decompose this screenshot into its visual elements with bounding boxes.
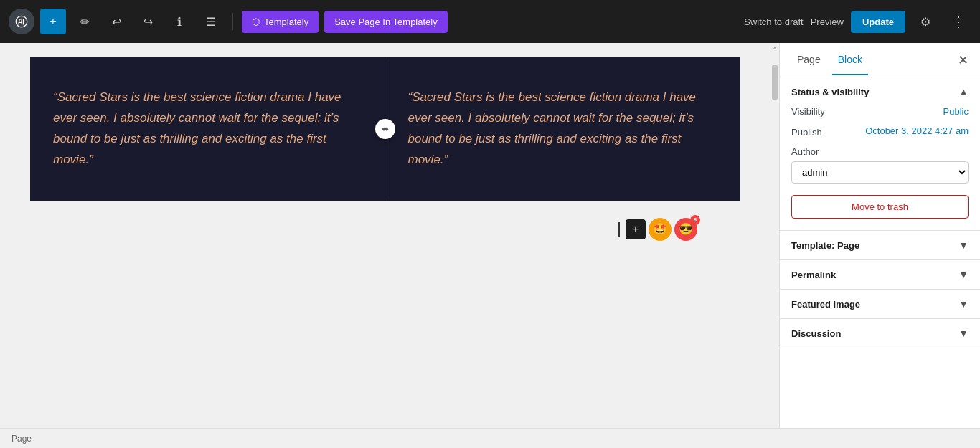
section-status-visibility: Status & visibility ▲ Visibility Public … [780, 77, 980, 231]
gear-icon: ⚙ [920, 15, 930, 29]
section-status-visibility-header[interactable]: Status & visibility ▲ [780, 77, 980, 106]
avatar-1: 🤩 [649, 218, 672, 241]
featured-image-label: Featured image [791, 299, 860, 310]
edit-icon: ✏ [80, 15, 90, 29]
main-layout: “Sacred Stars is the best science fictio… [0, 43, 980, 448]
toolbar-divider [232, 13, 233, 30]
publish-label: Publish [791, 125, 822, 138]
tab-block[interactable]: Block [832, 45, 868, 75]
publish-row: Publish October 3, 2022 4:27 am [791, 125, 969, 138]
ellipsis-icon: ⋮ [951, 13, 966, 30]
plus-icon: + [50, 15, 56, 28]
column-block-right[interactable]: “Sacred Stars is the best science fictio… [385, 57, 741, 201]
author-select[interactable]: admin [791, 161, 969, 184]
column-resize-handle[interactable]: ⬌ [375, 119, 395, 139]
avatar-2: 😎 8 [674, 218, 697, 241]
info-icon: ℹ [177, 15, 182, 29]
author-row: Author admin [791, 146, 969, 184]
undo-button[interactable]: ↩ [103, 9, 129, 34]
update-button[interactable]: Update [851, 11, 905, 33]
add-block-area: + 🤩 😎 8 [30, 201, 740, 258]
settings-button[interactable]: ⚙ [913, 9, 938, 34]
visibility-label: Visibility [791, 106, 825, 117]
scroll-thumb[interactable] [772, 65, 778, 100]
permalink-label: Permalink [791, 270, 836, 280]
visibility-value[interactable]: Public [943, 106, 969, 117]
avatar-1-emoji: 🤩 [653, 222, 667, 236]
close-icon: ✕ [958, 53, 969, 67]
redo-icon: ↪ [143, 15, 153, 29]
status-text: Page [11, 434, 32, 444]
status-visibility-label: Status & visibility [791, 87, 869, 97]
add-block-inline-button[interactable]: + [626, 219, 646, 239]
chevron-up-icon: ▲ [958, 86, 969, 97]
sidebar-close-button[interactable]: ✕ [958, 52, 969, 68]
columns-block: “Sacred Stars is the best science fictio… [30, 57, 740, 201]
templately-label: Templately [264, 16, 308, 27]
tab-page[interactable]: Page [791, 45, 826, 75]
redo-button[interactable]: ↪ [135, 9, 161, 34]
section-featured-image-header[interactable]: Featured image ▼ [780, 290, 980, 318]
section-template-header[interactable]: Template: Page ▼ [780, 231, 980, 259]
discussion-label: Discussion [791, 328, 841, 339]
avatar-2-emoji: 😎 [679, 222, 693, 236]
column-right-text: “Sacred Stars is the best science fictio… [408, 87, 718, 171]
toolbar-right: Switch to draft Preview Update ⚙ ⋮ [744, 9, 971, 34]
template-chevron-down-icon: ▼ [958, 239, 969, 251]
more-options-button[interactable]: ⋮ [946, 9, 971, 34]
section-permalink: Permalink ▼ [780, 260, 980, 290]
vertical-scrollbar: ▲ ▼ [771, 43, 779, 448]
right-sidebar: Page Block ✕ Status & visibility ▲ Visib… [779, 43, 980, 448]
list-view-button[interactable]: ☰ [198, 9, 224, 34]
save-page-label: Save Page In Templately [334, 16, 438, 27]
wp-logo-icon [9, 9, 34, 34]
editor-area: “Sacred Stars is the best science fictio… [0, 43, 771, 448]
toolbar: + ✏ ↩ ↪ ℹ ☰ ⬡ Templately Save Page In Te… [0, 0, 980, 43]
status-bar: Page [0, 428, 980, 448]
preview-button[interactable]: Preview [811, 16, 844, 27]
editor-canvas: “Sacred Stars is the best science fictio… [30, 43, 740, 301]
column-block-left[interactable]: “Sacred Stars is the best science fictio… [30, 57, 385, 201]
template-label: Template: Page [791, 240, 859, 251]
permalink-chevron-down-icon: ▼ [958, 269, 969, 280]
save-page-button[interactable]: Save Page In Templately [324, 11, 448, 33]
section-discussion: Discussion ▼ [780, 319, 980, 348]
resize-icon: ⬌ [382, 124, 389, 134]
publish-value[interactable]: October 3, 2022 4:27 am [865, 125, 969, 136]
info-button[interactable]: ℹ [166, 9, 192, 34]
move-to-trash-button[interactable]: Move to trash [791, 195, 969, 219]
section-permalink-header[interactable]: Permalink ▼ [780, 260, 980, 289]
visibility-row: Visibility Public [791, 106, 969, 117]
discussion-chevron-down-icon: ▼ [958, 328, 969, 339]
author-label: Author [791, 146, 969, 157]
section-featured-image: Featured image ▼ [780, 290, 980, 319]
switch-draft-button[interactable]: Switch to draft [744, 16, 803, 27]
notification-badge: 8 [690, 215, 700, 225]
section-template: Template: Page ▼ [780, 231, 980, 260]
templately-icon: ⬡ [252, 16, 260, 27]
sidebar-header: Page Block ✕ [780, 43, 980, 77]
list-icon: ☰ [206, 15, 216, 29]
section-status-visibility-content: Visibility Public Publish October 3, 202… [780, 106, 980, 230]
column-left-text: “Sacred Stars is the best science fictio… [53, 87, 363, 171]
templately-button[interactable]: ⬡ Templately [242, 11, 319, 33]
featured-image-chevron-down-icon: ▼ [958, 298, 969, 310]
section-discussion-header[interactable]: Discussion ▼ [780, 319, 980, 348]
avatar-area: 🤩 😎 8 [649, 218, 697, 241]
edit-button[interactable]: ✏ [72, 9, 98, 34]
scroll-up-arrow[interactable]: ▲ [771, 43, 779, 52]
cursor-line [618, 222, 620, 237]
undo-icon: ↩ [112, 15, 121, 29]
plus-inline-icon: + [632, 223, 639, 236]
add-block-toolbar-button[interactable]: + [40, 9, 66, 34]
